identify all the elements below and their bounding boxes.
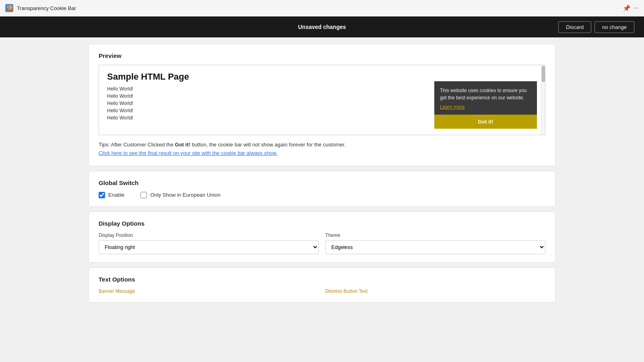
theme-select[interactable]: Edgeless Classic Modern [325,240,545,254]
dismiss-button-label: Dismiss Button Text [325,288,545,294]
display-options-card: Display Options Display Position Floatin… [89,212,555,263]
tips-text2: button, the cookie bar will not show aga… [190,142,346,148]
eu-label: Only Show in European Union [150,192,220,198]
preview-inner: Sample HTML Page Hello World! Hello Worl… [99,65,545,135]
dismiss-button-field: Dismiss Button Text [325,288,545,294]
preview-card: Preview Sample HTML Page Hello World! He… [89,44,555,166]
global-switch-title: Global Switch [99,179,545,186]
enable-label: Enable [108,192,124,198]
banner-message-field: Banner Message [99,288,319,294]
preview-iframe: Sample HTML Page Hello World! Hello Worl… [99,65,545,135]
title-bar-right: 📌 ··· [623,4,639,12]
text-options-title: Text Options [99,276,545,283]
unsaved-bar: Unsaved changes Discard no change [0,16,644,37]
banner-message-label: Banner Message [99,288,319,294]
position-label: Display Position [99,232,319,238]
cookie-popup-button[interactable]: Got it! [434,115,537,129]
unsaved-actions: Discard no change [558,21,634,33]
pin-icon[interactable]: 📌 [623,4,631,12]
switch-row: Enable Only Show in European Union [99,192,545,198]
cookie-popup: This website uses cookies to ensure you … [434,81,537,129]
svg-text:🍪: 🍪 [6,5,14,12]
enable-checkbox[interactable] [99,192,105,198]
preview-scrollbar [541,65,545,135]
text-options-grid: Banner Message Dismiss Button Text [99,288,545,294]
position-select[interactable]: Floating right Floating left Bottom bar … [99,240,319,254]
cookie-popup-message: This website uses cookies to ensure you … [440,87,531,101]
theme-field: Theme Edgeless Classic Modern [325,232,545,254]
eu-checkbox-label[interactable]: Only Show in European Union [140,192,220,198]
cookie-popup-body: This website uses cookies to ensure you … [434,81,537,115]
title-bar-left: 🍪 Transparency Cookie Bar [5,4,76,12]
app-icon: 🍪 [5,4,14,12]
main-content: Preview Sample HTML Page Hello World! He… [0,37,644,309]
global-switch-card: Global Switch Enable Only Show in Europe… [89,171,555,207]
options-grid: Display Position Floating right Floating… [99,232,545,254]
preview-title: Preview [99,52,545,59]
unsaved-title: Unsaved changes [298,24,346,30]
text-options-card: Text Options Banner Message Dismiss Butt… [89,267,555,302]
theme-label: Theme [325,232,545,238]
tips-link[interactable]: Click here to see the final result on yo… [99,150,277,156]
more-icon[interactable]: ··· [634,4,639,12]
position-field: Display Position Floating right Floating… [99,232,319,254]
tips-bold: Got it! [175,142,190,148]
cookie-popup-learn-more[interactable]: Learn more [440,104,464,110]
app-title: Transparency Cookie Bar [17,5,76,11]
title-bar: 🍪 Transparency Cookie Bar 📌 ··· [0,0,644,16]
no-change-button[interactable]: no change [594,21,634,33]
eu-checkbox[interactable] [140,192,147,198]
tips-text1: Tips: After Customer Clicked the [99,142,175,148]
tips-section: Tips: After Customer Clicked the Got it!… [99,141,545,158]
preview-scrollbar-thumb [542,66,545,82]
preview-page-title: Sample HTML Page [107,72,537,82]
enable-checkbox-label[interactable]: Enable [99,192,124,198]
display-options-title: Display Options [99,220,545,227]
discard-button[interactable]: Discard [558,21,591,33]
